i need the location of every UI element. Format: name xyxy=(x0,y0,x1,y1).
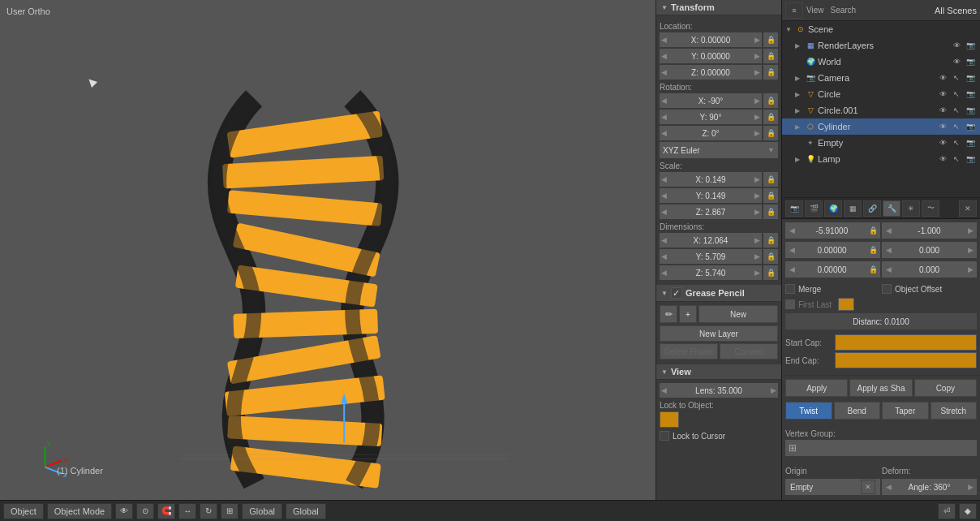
obj-offset-checkbox[interactable] xyxy=(882,284,892,294)
view-header[interactable]: ▼ View xyxy=(656,364,781,380)
c001-render-btn[interactable]: 📷 xyxy=(964,104,977,117)
distance-field[interactable]: Distanc: 0.0100 xyxy=(785,313,977,329)
yr-left[interactable]: ◀ xyxy=(882,242,895,258)
loc-x-field[interactable]: ◀ X: 0.00000 ▶ xyxy=(660,32,762,47)
rot-x-field[interactable]: ◀ X: -90° ▶ xyxy=(660,93,762,108)
lamp-vis-btn[interactable]: 👁 xyxy=(936,153,949,166)
scale-btn[interactable]: ⊞ xyxy=(221,503,239,519)
tree-item-circle[interactable]: ▶ ▽ Circle 👁 ↖ 📷 xyxy=(782,86,980,102)
scale-z-field[interactable]: ◀ Z: 2.867 ▶ xyxy=(660,205,762,219)
xr-right[interactable]: ▶ xyxy=(964,222,977,239)
view-btn-label[interactable]: View xyxy=(806,6,824,15)
new-layer-btn[interactable]: New Layer xyxy=(660,325,778,342)
loc-x-left-arrow[interactable]: ◀ xyxy=(661,36,667,44)
end-cap-color[interactable] xyxy=(835,352,977,368)
keyframe-btn[interactable]: ◆ xyxy=(959,503,977,519)
outliner-tab-btn[interactable]: ≡ xyxy=(785,2,803,19)
tab-object-btn[interactable]: ▦ xyxy=(844,200,862,217)
emp-render-btn[interactable]: 📷 xyxy=(964,136,977,149)
tab-render-btn[interactable]: 📷 xyxy=(785,200,803,217)
transform-header[interactable]: ▼ Transform xyxy=(656,0,781,15)
apply-shape-button[interactable]: Apply as Sha xyxy=(849,379,912,397)
loc-y-lock[interactable]: 🔒 xyxy=(763,49,778,63)
zl-lock[interactable]: 🔒 xyxy=(866,261,880,278)
tree-item-cylinder[interactable]: ▶ ⬡ Cylinder 👁 ↖ 📷 xyxy=(782,118,980,135)
lamp-sel-btn[interactable]: ↖ xyxy=(950,153,963,166)
y-field-left[interactable]: ◀ 0.00000 🔒 xyxy=(785,242,880,258)
zl-left[interactable]: ◀ xyxy=(785,261,798,278)
x-field-left[interactable]: ◀ -5.91000 🔒 xyxy=(785,222,880,239)
loc-z-left-arrow[interactable]: ◀ xyxy=(661,68,667,76)
timeline-btn[interactable]: ⏎ xyxy=(938,503,956,519)
snap-btn[interactable]: 🧲 xyxy=(157,503,175,519)
object-mode-btn[interactable]: Object xyxy=(3,503,44,519)
tab-modifier-btn[interactable]: 🔧 xyxy=(883,200,900,217)
rot-y-right-arrow[interactable]: ▶ xyxy=(754,113,760,121)
lens-field[interactable]: ◀ Lens: 35.000 ▶ xyxy=(660,383,778,398)
lamp-render-btn[interactable]: 📷 xyxy=(964,153,977,166)
start-cap-color[interactable] xyxy=(835,334,977,351)
rotate-btn[interactable]: ↻ xyxy=(200,503,217,519)
x-field-right[interactable]: ◀ -1.000 ▶ xyxy=(882,222,977,239)
yl-lock[interactable]: 🔒 xyxy=(866,242,880,258)
empty-dropdown[interactable]: Empty ✕ xyxy=(785,479,880,495)
rot-x-lock[interactable]: 🔒 xyxy=(763,93,778,108)
angle-left[interactable]: ◀ xyxy=(882,479,895,495)
dim-z-field[interactable]: ◀ Z: 5.740 ▶ xyxy=(660,265,762,280)
circle-vis-btn[interactable]: 👁 xyxy=(936,88,949,101)
tree-item-camera[interactable]: ▶ 📷 Camera 👁 ↖ 📷 xyxy=(782,70,980,86)
move-btn[interactable]: ↔ xyxy=(178,503,196,519)
c001-vis-btn[interactable]: 👁 xyxy=(936,104,949,117)
merge-checkbox[interactable] xyxy=(785,284,795,294)
loc-z-field[interactable]: ◀ Z: 0.00000 ▶ xyxy=(660,65,762,80)
apply-button[interactable]: Apply xyxy=(785,379,848,397)
tab-particles-btn[interactable]: ✳ xyxy=(902,200,920,217)
rot-z-lock[interactable]: 🔒 xyxy=(763,126,778,140)
tree-item-scene[interactable]: ▼ ⊙ Scene xyxy=(782,21,980,37)
c001-sel-btn[interactable]: ↖ xyxy=(950,104,963,117)
rot-z-field[interactable]: ◀ Z: 0° ▶ xyxy=(660,126,762,140)
gp-add-btn[interactable]: + xyxy=(679,305,697,323)
z-field-left[interactable]: ◀ 0.00000 🔒 xyxy=(785,261,880,278)
tree-item-lamp[interactable]: ▶ 💡 Lamp 👁 ↖ 📷 xyxy=(782,151,980,167)
scale-z-lock[interactable]: 🔒 xyxy=(763,205,778,219)
object-mode-select[interactable]: Object Mode xyxy=(47,503,112,519)
convert-btn[interactable]: Convert xyxy=(720,343,778,360)
loc-x-lock[interactable]: 🔒 xyxy=(763,32,778,47)
taper-tab[interactable]: Taper xyxy=(882,402,929,420)
cam-vis-btn[interactable]: 👁 xyxy=(936,71,949,84)
coord-system-btn[interactable]: Global xyxy=(242,503,282,519)
dim-x-field[interactable]: ◀ X: 12.064 ▶ xyxy=(660,233,762,248)
xr-left[interactable]: ◀ xyxy=(882,222,895,239)
rot-x-right-arrow[interactable]: ▶ xyxy=(754,97,760,105)
rot-y-field[interactable]: ◀ Y: 90° ▶ xyxy=(660,110,762,124)
emp-vis-btn[interactable]: 👁 xyxy=(936,136,949,149)
dim-y-lock[interactable]: 🔒 xyxy=(763,249,778,264)
tree-item-circle001[interactable]: ▶ ▽ Circle.001 👁 ↖ 📷 xyxy=(782,102,980,118)
euler-select[interactable]: XYZ Euler ▼ xyxy=(660,142,778,158)
circle-render-btn[interactable]: 📷 xyxy=(964,88,977,101)
angle-field[interactable]: ◀ Angle: 360° ▶ xyxy=(882,479,977,495)
search-btn-label[interactable]: Search xyxy=(831,6,857,15)
grease-pencil-header[interactable]: ▼ ✓ Grease Pencil xyxy=(656,285,781,302)
rot-x-left-arrow[interactable]: ◀ xyxy=(661,97,667,105)
dim-y-field[interactable]: ◀ Y: 5.709 ▶ xyxy=(660,249,762,264)
cam-sel-btn[interactable]: ↖ xyxy=(950,71,963,84)
rot-z-right-arrow[interactable]: ▶ xyxy=(754,129,760,137)
cyl-render-btn[interactable]: 📷 xyxy=(964,120,977,133)
tab-constraint-btn[interactable]: 🔗 xyxy=(863,200,881,217)
emp-sel-btn[interactable]: ↖ xyxy=(950,136,963,149)
empty-x-btn[interactable]: ✕ xyxy=(861,480,875,494)
rl-render-btn[interactable]: 📷 xyxy=(964,39,977,52)
tab-scene-btn[interactable]: 🎬 xyxy=(805,200,823,217)
snap-label-btn[interactable]: Global xyxy=(286,503,326,519)
loc-y-field[interactable]: ◀ Y: 0.00000 ▶ xyxy=(660,49,762,63)
viewport[interactable]: User Ortho xyxy=(0,0,655,500)
scale-x-field[interactable]: ◀ X: 0.149 ▶ xyxy=(660,172,762,187)
rot-z-left-arrow[interactable]: ◀ xyxy=(661,129,667,137)
first-last-color[interactable] xyxy=(838,298,854,311)
world-render-btn[interactable]: 📷 xyxy=(964,55,977,68)
loc-y-right-arrow[interactable]: ▶ xyxy=(754,52,760,60)
tab-close-btn[interactable]: ✕ xyxy=(959,200,977,217)
gp-new-button[interactable]: New xyxy=(698,305,778,323)
